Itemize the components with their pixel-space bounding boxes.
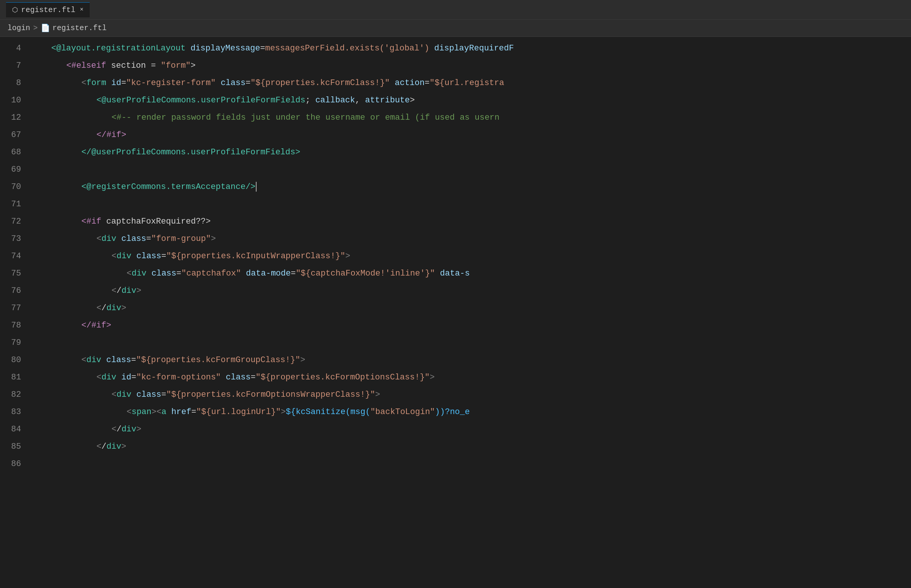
code-line: 81<div id="kc-form-options" class="${pro… bbox=[0, 369, 911, 386]
code-line: 83<span><a href="${url.loginUrl}">${kcSa… bbox=[0, 404, 911, 421]
editor-tab[interactable]: ⬡ register.ftl × bbox=[6, 2, 90, 17]
line-number: 71 bbox=[0, 196, 30, 213]
line-number: 74 bbox=[0, 248, 30, 265]
line-number: 8 bbox=[0, 74, 30, 92]
code-line: 70<@registerCommons.termsAcceptance/> bbox=[0, 178, 911, 196]
code-line: 71 bbox=[0, 196, 911, 213]
line-number: 79 bbox=[0, 334, 30, 352]
code-line: 67</#if> bbox=[0, 126, 911, 144]
code-line: 80<div class="${properties.kcFormGroupCl… bbox=[0, 352, 911, 369]
line-content: </#if> bbox=[30, 317, 911, 334]
code-line: 86 bbox=[0, 456, 911, 473]
line-number: 80 bbox=[0, 352, 30, 369]
line-content: <div class="${properties.kcFormOptionsWr… bbox=[30, 386, 911, 404]
breadcrumb-file: 📄 register.ftl bbox=[41, 23, 107, 33]
code-line: 79 bbox=[0, 334, 911, 352]
line-number: 68 bbox=[0, 144, 30, 161]
code-line: 69 bbox=[0, 161, 911, 178]
line-content: <@registerCommons.termsAcceptance/> bbox=[30, 178, 911, 196]
line-number: 83 bbox=[0, 404, 30, 421]
line-content: </#if> bbox=[30, 126, 911, 144]
title-bar: ⬡ register.ftl × bbox=[0, 0, 911, 19]
line-content: </div> bbox=[30, 282, 911, 300]
line-content: <div class="${properties.kcInputWrapperC… bbox=[30, 248, 911, 265]
code-line: 76</div> bbox=[0, 282, 911, 300]
breadcrumb-filename: register.ftl bbox=[52, 24, 107, 32]
line-number: 81 bbox=[0, 369, 30, 386]
tab-label: register.ftl bbox=[21, 6, 75, 14]
line-number: 85 bbox=[0, 438, 30, 456]
line-number: 72 bbox=[0, 213, 30, 230]
line-number: 67 bbox=[0, 126, 30, 144]
code-line: 10<@userProfileCommons.userProfileFormFi… bbox=[0, 92, 911, 109]
code-line: 82<div class="${properties.kcFormOptions… bbox=[0, 386, 911, 404]
line-content: <div id="kc-form-options" class="${prope… bbox=[30, 369, 911, 386]
code-line: 12<#-- render password fields just under… bbox=[0, 109, 911, 126]
line-content: </div> bbox=[30, 421, 911, 438]
breadcrumb-folder: login bbox=[8, 24, 30, 32]
line-number: 84 bbox=[0, 421, 30, 438]
line-number: 82 bbox=[0, 386, 30, 404]
line-number: 75 bbox=[0, 265, 30, 282]
code-line: 72<#if captchaFoxRequired??> bbox=[0, 213, 911, 230]
code-line: 74<div class="${properties.kcInputWrappe… bbox=[0, 248, 911, 265]
code-line: 84</div> bbox=[0, 421, 911, 438]
line-number: 7 bbox=[0, 57, 30, 74]
line-content: <div class="captchafox" data-mode="${cap… bbox=[30, 265, 911, 282]
code-line: 73<div class="form-group"> bbox=[0, 230, 911, 248]
line-number: 77 bbox=[0, 300, 30, 317]
code-line: 78</#if> bbox=[0, 317, 911, 334]
code-line: 7<#elseif section = "form"> bbox=[0, 57, 911, 74]
code-line: 85</div> bbox=[0, 438, 911, 456]
tab-close-button[interactable]: × bbox=[80, 6, 84, 13]
code-line: 4<@layout.registrationLayout displayMess… bbox=[0, 40, 911, 57]
file-icon: ⬡ bbox=[12, 6, 18, 14]
line-content: <div class="${properties.kcFormGroupClas… bbox=[30, 352, 911, 369]
line-number: 76 bbox=[0, 282, 30, 300]
line-content: <#-- render password fields just under t… bbox=[30, 109, 911, 126]
code-line: 75<div class="captchafox" data-mode="${c… bbox=[0, 265, 911, 282]
breadcrumb-file-icon: 📄 bbox=[41, 23, 50, 33]
line-number: 86 bbox=[0, 456, 30, 473]
line-number: 69 bbox=[0, 161, 30, 178]
line-content: <#elseif section = "form"> bbox=[30, 57, 911, 74]
line-number: 70 bbox=[0, 178, 30, 196]
breadcrumb-separator: > bbox=[33, 24, 38, 32]
line-content: </div> bbox=[30, 300, 911, 317]
line-content: <#if captchaFoxRequired??> bbox=[30, 213, 911, 230]
line-content: </div> bbox=[30, 438, 911, 456]
line-content: <span><a href="${url.loginUrl}">${kcSani… bbox=[30, 404, 911, 421]
code-editor[interactable]: 4<@layout.registrationLayout displayMess… bbox=[0, 37, 911, 476]
code-line: 68</@userProfileCommons.userProfileFormF… bbox=[0, 144, 911, 161]
line-content: <form id="kc-register-form" class="${pro… bbox=[30, 74, 911, 92]
breadcrumb: login > 📄 register.ftl bbox=[0, 19, 911, 37]
code-line: 8<form id="kc-register-form" class="${pr… bbox=[0, 74, 911, 92]
line-number: 78 bbox=[0, 317, 30, 334]
line-number: 12 bbox=[0, 109, 30, 126]
line-content: <@layout.registrationLayout displayMessa… bbox=[30, 40, 911, 57]
line-content: <div class="form-group"> bbox=[30, 230, 911, 248]
code-line: 77</div> bbox=[0, 300, 911, 317]
line-number: 10 bbox=[0, 92, 30, 109]
line-content: <@userProfileCommons.userProfileFormFiel… bbox=[30, 92, 911, 109]
line-number: 73 bbox=[0, 230, 30, 248]
line-content: </@userProfileCommons.userProfileFormFie… bbox=[30, 144, 911, 161]
line-number: 4 bbox=[0, 40, 30, 57]
